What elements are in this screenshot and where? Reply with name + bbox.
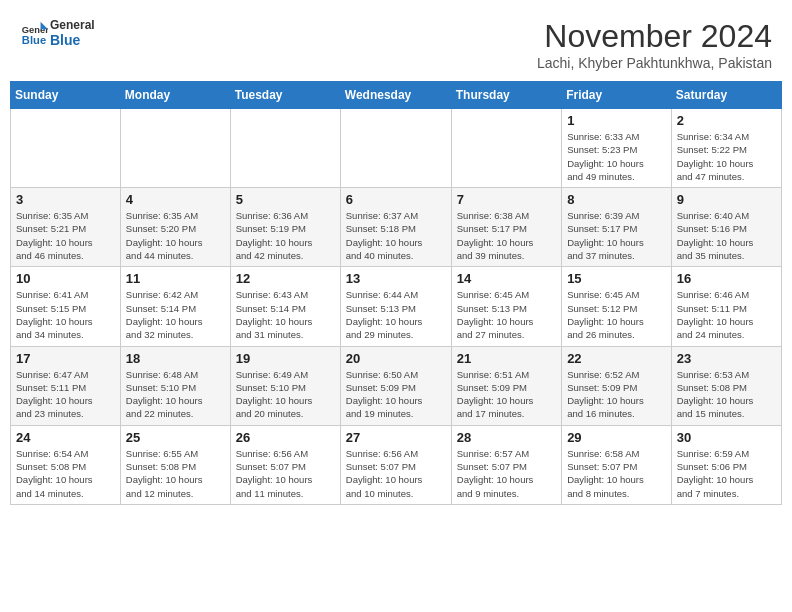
day-info: Sunrise: 6:45 AM Sunset: 5:13 PM Dayligh… — [457, 288, 556, 341]
day-info: Sunrise: 6:38 AM Sunset: 5:17 PM Dayligh… — [457, 209, 556, 262]
calendar-empty-cell — [340, 109, 451, 188]
calendar-empty-cell — [11, 109, 121, 188]
day-number: 5 — [236, 192, 335, 207]
day-number: 26 — [236, 430, 335, 445]
calendar-empty-cell — [230, 109, 340, 188]
day-number: 1 — [567, 113, 666, 128]
day-info: Sunrise: 6:59 AM Sunset: 5:06 PM Dayligh… — [677, 447, 776, 500]
calendar-day-cell: 1Sunrise: 6:33 AM Sunset: 5:23 PM Daylig… — [562, 109, 672, 188]
calendar-day-cell: 10Sunrise: 6:41 AM Sunset: 5:15 PM Dayli… — [11, 267, 121, 346]
calendar-day-cell: 15Sunrise: 6:45 AM Sunset: 5:12 PM Dayli… — [562, 267, 672, 346]
calendar-day-cell: 25Sunrise: 6:55 AM Sunset: 5:08 PM Dayli… — [120, 425, 230, 504]
day-info: Sunrise: 6:41 AM Sunset: 5:15 PM Dayligh… — [16, 288, 115, 341]
day-number: 10 — [16, 271, 115, 286]
day-number: 6 — [346, 192, 446, 207]
calendar-day-cell: 14Sunrise: 6:45 AM Sunset: 5:13 PM Dayli… — [451, 267, 561, 346]
calendar-week-row: 24Sunrise: 6:54 AM Sunset: 5:08 PM Dayli… — [11, 425, 782, 504]
day-number: 2 — [677, 113, 776, 128]
day-number: 25 — [126, 430, 225, 445]
day-info: Sunrise: 6:50 AM Sunset: 5:09 PM Dayligh… — [346, 368, 446, 421]
location-subtitle: Lachi, Khyber Pakhtunkhwa, Pakistan — [537, 55, 772, 71]
calendar-day-cell: 5Sunrise: 6:36 AM Sunset: 5:19 PM Daylig… — [230, 188, 340, 267]
calendar-day-cell: 8Sunrise: 6:39 AM Sunset: 5:17 PM Daylig… — [562, 188, 672, 267]
day-info: Sunrise: 6:43 AM Sunset: 5:14 PM Dayligh… — [236, 288, 335, 341]
calendar-header-tuesday: Tuesday — [230, 82, 340, 109]
calendar-day-cell: 3Sunrise: 6:35 AM Sunset: 5:21 PM Daylig… — [11, 188, 121, 267]
calendar-week-row: 10Sunrise: 6:41 AM Sunset: 5:15 PM Dayli… — [11, 267, 782, 346]
day-info: Sunrise: 6:54 AM Sunset: 5:08 PM Dayligh… — [16, 447, 115, 500]
day-info: Sunrise: 6:47 AM Sunset: 5:11 PM Dayligh… — [16, 368, 115, 421]
day-info: Sunrise: 6:57 AM Sunset: 5:07 PM Dayligh… — [457, 447, 556, 500]
day-number: 23 — [677, 351, 776, 366]
calendar-day-cell: 28Sunrise: 6:57 AM Sunset: 5:07 PM Dayli… — [451, 425, 561, 504]
day-number: 22 — [567, 351, 666, 366]
calendar-day-cell: 17Sunrise: 6:47 AM Sunset: 5:11 PM Dayli… — [11, 346, 121, 425]
month-title: November 2024 — [537, 18, 772, 55]
day-info: Sunrise: 6:51 AM Sunset: 5:09 PM Dayligh… — [457, 368, 556, 421]
calendar-header-sunday: Sunday — [11, 82, 121, 109]
calendar-day-cell: 9Sunrise: 6:40 AM Sunset: 5:16 PM Daylig… — [671, 188, 781, 267]
logo-blue-text: Blue — [50, 32, 95, 49]
calendar-day-cell: 18Sunrise: 6:48 AM Sunset: 5:10 PM Dayli… — [120, 346, 230, 425]
calendar-day-cell: 13Sunrise: 6:44 AM Sunset: 5:13 PM Dayli… — [340, 267, 451, 346]
day-number: 28 — [457, 430, 556, 445]
calendar-day-cell: 16Sunrise: 6:46 AM Sunset: 5:11 PM Dayli… — [671, 267, 781, 346]
calendar-week-row: 3Sunrise: 6:35 AM Sunset: 5:21 PM Daylig… — [11, 188, 782, 267]
day-info: Sunrise: 6:49 AM Sunset: 5:10 PM Dayligh… — [236, 368, 335, 421]
title-block: November 2024 Lachi, Khyber Pakhtunkhwa,… — [537, 18, 772, 71]
day-number: 9 — [677, 192, 776, 207]
calendar-day-cell: 6Sunrise: 6:37 AM Sunset: 5:18 PM Daylig… — [340, 188, 451, 267]
day-info: Sunrise: 6:55 AM Sunset: 5:08 PM Dayligh… — [126, 447, 225, 500]
day-number: 18 — [126, 351, 225, 366]
calendar-day-cell: 12Sunrise: 6:43 AM Sunset: 5:14 PM Dayli… — [230, 267, 340, 346]
calendar-day-cell: 2Sunrise: 6:34 AM Sunset: 5:22 PM Daylig… — [671, 109, 781, 188]
day-info: Sunrise: 6:56 AM Sunset: 5:07 PM Dayligh… — [236, 447, 335, 500]
calendar-day-cell: 26Sunrise: 6:56 AM Sunset: 5:07 PM Dayli… — [230, 425, 340, 504]
day-info: Sunrise: 6:48 AM Sunset: 5:10 PM Dayligh… — [126, 368, 225, 421]
day-number: 14 — [457, 271, 556, 286]
calendar-day-cell: 29Sunrise: 6:58 AM Sunset: 5:07 PM Dayli… — [562, 425, 672, 504]
calendar-week-row: 17Sunrise: 6:47 AM Sunset: 5:11 PM Dayli… — [11, 346, 782, 425]
logo-general-text: General — [50, 18, 95, 32]
day-number: 12 — [236, 271, 335, 286]
day-info: Sunrise: 6:34 AM Sunset: 5:22 PM Dayligh… — [677, 130, 776, 183]
day-number: 3 — [16, 192, 115, 207]
calendar-header-thursday: Thursday — [451, 82, 561, 109]
day-info: Sunrise: 6:56 AM Sunset: 5:07 PM Dayligh… — [346, 447, 446, 500]
day-number: 13 — [346, 271, 446, 286]
day-number: 19 — [236, 351, 335, 366]
day-info: Sunrise: 6:42 AM Sunset: 5:14 PM Dayligh… — [126, 288, 225, 341]
day-info: Sunrise: 6:53 AM Sunset: 5:08 PM Dayligh… — [677, 368, 776, 421]
day-number: 24 — [16, 430, 115, 445]
day-info: Sunrise: 6:45 AM Sunset: 5:12 PM Dayligh… — [567, 288, 666, 341]
calendar-day-cell: 11Sunrise: 6:42 AM Sunset: 5:14 PM Dayli… — [120, 267, 230, 346]
calendar-day-cell: 7Sunrise: 6:38 AM Sunset: 5:17 PM Daylig… — [451, 188, 561, 267]
calendar-header-row: SundayMondayTuesdayWednesdayThursdayFrid… — [11, 82, 782, 109]
day-info: Sunrise: 6:44 AM Sunset: 5:13 PM Dayligh… — [346, 288, 446, 341]
calendar-header-monday: Monday — [120, 82, 230, 109]
calendar-day-cell: 4Sunrise: 6:35 AM Sunset: 5:20 PM Daylig… — [120, 188, 230, 267]
calendar-day-cell: 22Sunrise: 6:52 AM Sunset: 5:09 PM Dayli… — [562, 346, 672, 425]
day-number: 20 — [346, 351, 446, 366]
calendar-header-saturday: Saturday — [671, 82, 781, 109]
calendar-day-cell: 23Sunrise: 6:53 AM Sunset: 5:08 PM Dayli… — [671, 346, 781, 425]
day-info: Sunrise: 6:58 AM Sunset: 5:07 PM Dayligh… — [567, 447, 666, 500]
calendar-empty-cell — [120, 109, 230, 188]
day-info: Sunrise: 6:40 AM Sunset: 5:16 PM Dayligh… — [677, 209, 776, 262]
calendar-week-row: 1Sunrise: 6:33 AM Sunset: 5:23 PM Daylig… — [11, 109, 782, 188]
day-info: Sunrise: 6:33 AM Sunset: 5:23 PM Dayligh… — [567, 130, 666, 183]
day-info: Sunrise: 6:35 AM Sunset: 5:21 PM Dayligh… — [16, 209, 115, 262]
day-number: 21 — [457, 351, 556, 366]
calendar-day-cell: 20Sunrise: 6:50 AM Sunset: 5:09 PM Dayli… — [340, 346, 451, 425]
day-info: Sunrise: 6:37 AM Sunset: 5:18 PM Dayligh… — [346, 209, 446, 262]
calendar-header-friday: Friday — [562, 82, 672, 109]
calendar-day-cell: 27Sunrise: 6:56 AM Sunset: 5:07 PM Dayli… — [340, 425, 451, 504]
calendar-table: SundayMondayTuesdayWednesdayThursdayFrid… — [10, 81, 782, 505]
day-number: 16 — [677, 271, 776, 286]
calendar-empty-cell — [451, 109, 561, 188]
day-number: 11 — [126, 271, 225, 286]
day-number: 27 — [346, 430, 446, 445]
calendar-day-cell: 19Sunrise: 6:49 AM Sunset: 5:10 PM Dayli… — [230, 346, 340, 425]
day-info: Sunrise: 6:36 AM Sunset: 5:19 PM Dayligh… — [236, 209, 335, 262]
logo: General Blue General Blue — [20, 18, 95, 49]
